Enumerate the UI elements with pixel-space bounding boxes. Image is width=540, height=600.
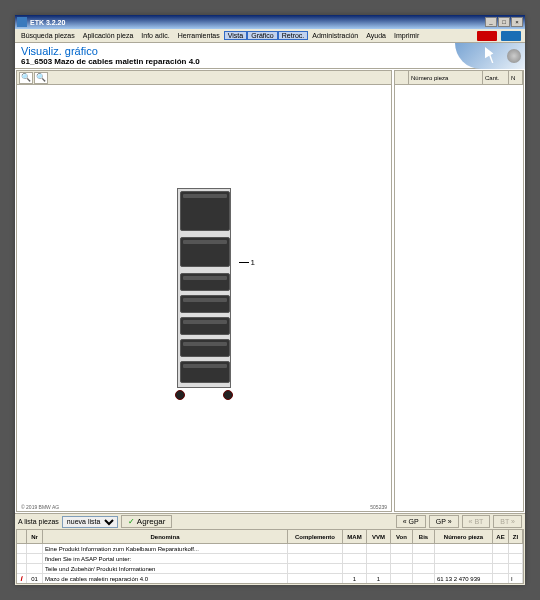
cell bbox=[493, 544, 509, 553]
image-id: 505239 bbox=[370, 504, 387, 510]
minimize-button[interactable]: _ bbox=[485, 17, 497, 27]
brand-logo-1 bbox=[477, 31, 497, 41]
cell: Mazo de cables maletin reparación 4.0 bbox=[43, 574, 288, 583]
parts-col-cant[interactable]: Cant. bbox=[483, 71, 509, 84]
col-denomina[interactable]: Denomina bbox=[43, 530, 288, 543]
menu-grafico[interactable]: Gráfico bbox=[247, 31, 278, 40]
close-button[interactable]: × bbox=[511, 17, 523, 27]
cell bbox=[413, 574, 435, 583]
col-ae[interactable]: AE bbox=[493, 530, 509, 543]
gear-icon bbox=[507, 49, 521, 63]
list-dropdown[interactable]: nueva lista bbox=[62, 516, 118, 528]
cell bbox=[343, 554, 367, 563]
col-zi[interactable]: ZI bbox=[509, 530, 523, 543]
menu-ayuda[interactable]: Ayuda bbox=[362, 31, 390, 40]
cell bbox=[367, 564, 391, 573]
cell: 01 bbox=[27, 574, 43, 583]
cell bbox=[367, 544, 391, 553]
bottom-area: A lista piezas nueva lista ✓Agregar « GP… bbox=[15, 513, 525, 585]
parts-header: Número pieza Cant. N bbox=[395, 71, 523, 85]
diagram-panel: 🔍 🔍 1 © 2019 BMW AG 505239 bbox=[16, 70, 392, 512]
grid-header: Nr Denomina Complemento MAM VVM Von Bis … bbox=[17, 530, 523, 544]
cell bbox=[435, 544, 493, 553]
col-complemento[interactable]: Complemento bbox=[288, 530, 343, 543]
cell bbox=[17, 554, 27, 563]
cell bbox=[435, 564, 493, 573]
cell bbox=[435, 554, 493, 563]
gp-back-button[interactable]: « GP bbox=[396, 515, 426, 528]
cell bbox=[391, 544, 413, 553]
cell bbox=[413, 564, 435, 573]
app-icon bbox=[17, 17, 27, 27]
zoom-out-button[interactable]: 🔍 bbox=[34, 72, 48, 84]
cabinet-illustration: 1 bbox=[169, 188, 239, 398]
cell bbox=[391, 554, 413, 563]
cell bbox=[288, 564, 343, 573]
cell bbox=[493, 564, 509, 573]
col-flag[interactable] bbox=[17, 530, 27, 543]
cell: Eine Produkt Information zum Kabelbaum R… bbox=[43, 544, 288, 553]
parts-col-n[interactable]: N bbox=[509, 71, 523, 84]
cell bbox=[391, 574, 413, 583]
bottom-toolbar: A lista piezas nueva lista ✓Agregar « GP… bbox=[15, 514, 525, 529]
col-nr[interactable]: Nr bbox=[27, 530, 43, 543]
cell bbox=[367, 554, 391, 563]
cell bbox=[288, 574, 343, 583]
cell bbox=[493, 574, 509, 583]
menu-herramientas[interactable]: Herramientas bbox=[174, 31, 224, 40]
callout-1[interactable]: 1 bbox=[251, 258, 255, 267]
cell: i bbox=[17, 574, 27, 583]
menu-busqueda[interactable]: Búsqueda piezas bbox=[17, 31, 79, 40]
cell bbox=[509, 554, 523, 563]
cell bbox=[17, 544, 27, 553]
col-mam[interactable]: MAM bbox=[343, 530, 367, 543]
menu-retroc[interactable]: Retroc. bbox=[278, 31, 309, 40]
table-row[interactable]: Eine Produkt Information zum Kabelbaum R… bbox=[17, 544, 523, 554]
col-von[interactable]: Von bbox=[391, 530, 413, 543]
bt-back-button[interactable]: « BT bbox=[462, 515, 491, 528]
cell bbox=[343, 544, 367, 553]
main-area: 🔍 🔍 1 © 2019 BMW AG 505239 bbox=[15, 69, 525, 513]
parts-col-num[interactable]: Número pieza bbox=[409, 71, 483, 84]
menu-aplicacion[interactable]: Aplicación pieza bbox=[79, 31, 138, 40]
cell: 61 13 2 470 939 bbox=[435, 574, 493, 583]
menu-info[interactable]: Info adic. bbox=[137, 31, 173, 40]
titlebar: ETK 3.2.20 _ □ × bbox=[15, 15, 525, 29]
gp-fwd-button[interactable]: GP » bbox=[429, 515, 459, 528]
table-row[interactable]: Teile und Zubehör/ Produkt Informationen bbox=[17, 564, 523, 574]
cell bbox=[288, 554, 343, 563]
table-row[interactable]: finden Sie im ASAP Portal unter: bbox=[17, 554, 523, 564]
cell bbox=[288, 544, 343, 553]
menu-admin[interactable]: Administración bbox=[308, 31, 362, 40]
cell bbox=[493, 554, 509, 563]
list-label: A lista piezas bbox=[18, 518, 59, 525]
col-numero[interactable]: Número pieza bbox=[435, 530, 493, 543]
cell bbox=[509, 564, 523, 573]
info-icon: i bbox=[20, 574, 22, 583]
cell: 1 bbox=[367, 574, 391, 583]
bt-fwd-button[interactable]: BT » bbox=[493, 515, 522, 528]
parts-panel: Número pieza Cant. N bbox=[394, 70, 524, 512]
menu-vista[interactable]: Vista bbox=[224, 31, 247, 40]
header-section: Visualiz. gráfico 61_6503 Mazo de cables… bbox=[15, 43, 525, 69]
diagram-image: 1 bbox=[17, 85, 391, 501]
cell bbox=[391, 564, 413, 573]
cell bbox=[509, 544, 523, 553]
table-row[interactable]: i01Mazo de cables maletin reparación 4.0… bbox=[17, 574, 523, 584]
cell bbox=[27, 544, 43, 553]
maximize-button[interactable]: □ bbox=[498, 17, 510, 27]
cell: 1 bbox=[343, 574, 367, 583]
col-vvm[interactable]: VVM bbox=[367, 530, 391, 543]
check-icon: ✓ bbox=[128, 517, 135, 526]
page-subheading: 61_6503 Mazo de cables maletin reparació… bbox=[15, 57, 525, 66]
cell: Teile und Zubehör/ Produkt Informationen bbox=[43, 564, 288, 573]
cell bbox=[27, 564, 43, 573]
cell bbox=[27, 554, 43, 563]
col-bis[interactable]: Bis bbox=[413, 530, 435, 543]
add-button[interactable]: ✓Agregar bbox=[121, 515, 172, 528]
cell bbox=[343, 564, 367, 573]
zoom-in-button[interactable]: 🔍 bbox=[19, 72, 33, 84]
parts-grid: Nr Denomina Complemento MAM VVM Von Bis … bbox=[16, 529, 524, 584]
menu-imprimir[interactable]: Imprimir bbox=[390, 31, 423, 40]
cell bbox=[413, 554, 435, 563]
